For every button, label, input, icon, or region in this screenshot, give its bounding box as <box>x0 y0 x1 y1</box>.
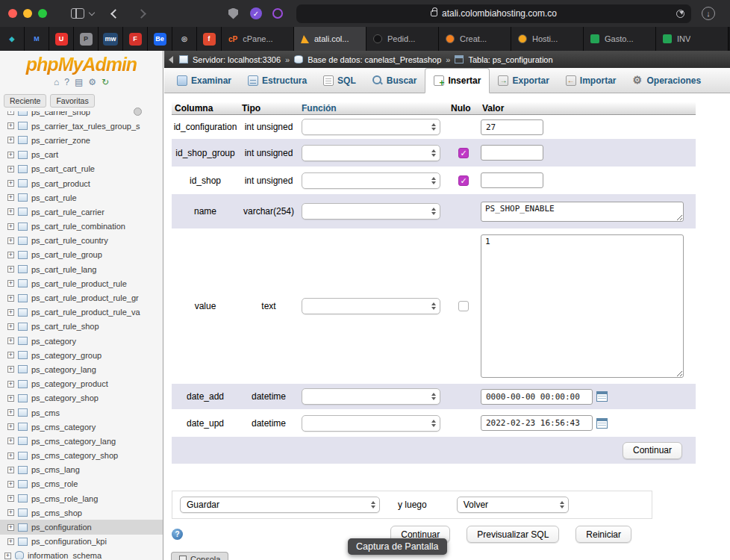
pinned-tab[interactable]: M <box>25 27 49 51</box>
tab-estructura[interactable]: Estructura <box>240 68 315 93</box>
sidebar-item-ps_cart_rule[interactable]: ps_cart_rule <box>0 190 163 205</box>
function-select[interactable] <box>302 119 440 135</box>
console-toggle[interactable]: Consola <box>171 552 228 560</box>
value-input[interactable] <box>481 415 593 431</box>
pinned-tab[interactable]: P <box>74 27 99 51</box>
expand-icon[interactable] <box>7 538 14 545</box>
sidebar-item-ps_category_product[interactable]: ps_category_product <box>0 377 163 391</box>
header-funcion[interactable]: Función <box>299 103 448 113</box>
expand-icon[interactable] <box>7 352 14 358</box>
reset-button[interactable]: Reiniciar <box>575 526 631 543</box>
sidebar-item-ps_cart_rule_group[interactable]: ps_cart_rule_group <box>0 248 163 262</box>
pinned-tab[interactable]: U <box>49 27 74 51</box>
sidebar-item-ps_category_lang[interactable]: ps_category_lang <box>0 362 163 376</box>
help-icon[interactable] <box>172 529 183 540</box>
collapse-all-icon[interactable] <box>134 108 142 116</box>
sidebar-item-ps_category[interactable]: ps_category <box>0 334 163 348</box>
sidebar-item-ps_configuration[interactable]: ps_configuration <box>0 520 163 534</box>
value-input[interactable] <box>481 172 543 188</box>
expand-icon[interactable] <box>7 237 14 244</box>
expand-icon[interactable] <box>7 524 14 531</box>
sidebar-item-ps_carrier_tax_rules_group_s[interactable]: ps_carrier_tax_rules_group_s <box>0 119 163 133</box>
tab-sql[interactable]: SQL <box>315 68 364 93</box>
sidebar-item-ps_carrier_zone[interactable]: ps_carrier_zone <box>0 133 163 147</box>
value-input[interactable] <box>481 389 593 405</box>
home-icon[interactable]: ⌂ <box>54 76 59 88</box>
sidebar-item-ps_cms_category_lang[interactable]: ps_cms_category_lang <box>0 434 163 448</box>
extension-check-icon[interactable] <box>250 7 262 19</box>
value-textarea[interactable]: PS_SHOP_ENABLE <box>481 202 684 222</box>
pinned-tab[interactable]: Be <box>148 27 172 51</box>
expand-icon[interactable] <box>7 381 14 388</box>
downloads-icon[interactable] <box>702 7 715 20</box>
expand-icon[interactable] <box>7 280 14 287</box>
browser-tab[interactable]: cPcPane... <box>222 27 294 51</box>
extension-ring-icon[interactable] <box>272 8 283 19</box>
calendar-icon[interactable] <box>596 391 608 402</box>
tab-exportar[interactable]: Exportar <box>490 68 557 93</box>
close-window-button[interactable] <box>8 9 17 18</box>
breadcrumb-item[interactable]: Base de datos: canelast_Prestashop <box>308 55 441 64</box>
phpmyadmin-logo[interactable]: phpMyAdmin <box>0 54 163 75</box>
sidebar-item-ps_cart_rule_product_rule_va[interactable]: ps_cart_rule_product_rule_va <box>0 305 163 320</box>
sidebar-item-ps_cms_role[interactable]: ps_cms_role <box>0 477 163 491</box>
browser-tab[interactable]: Hosti... <box>511 27 584 51</box>
continue-button[interactable]: Continuar <box>623 442 682 459</box>
sidebar-item-ps_cms[interactable]: ps_cms <box>0 405 163 420</box>
expand-icon[interactable] <box>7 438 14 444</box>
expand-icon[interactable] <box>7 452 14 459</box>
sidebar-item-ps_configuration_kpi[interactable]: ps_configuration_kpi <box>0 535 163 549</box>
expand-icon[interactable] <box>7 137 14 143</box>
sidebar-item-ps_cart_rule_shop[interactable]: ps_cart_rule_shop <box>0 320 163 334</box>
pinned-tab[interactable]: F <box>123 27 148 51</box>
value-input[interactable] <box>481 119 543 135</box>
expand-icon[interactable] <box>4 553 11 559</box>
browser-tab[interactable]: Gasto... <box>584 27 656 51</box>
sidebar-item-ps_cart_product[interactable]: ps_cart_product <box>0 176 163 190</box>
tab-examinar[interactable]: Examinar <box>169 68 240 93</box>
tab-buscar[interactable]: Buscar <box>364 68 425 93</box>
sidebar-item-ps_cms_category[interactable]: ps_cms_category <box>0 420 163 434</box>
sidebar-item-ps_cms_lang[interactable]: ps_cms_lang <box>0 463 163 477</box>
filter-reciente[interactable]: Reciente <box>4 94 46 108</box>
expand-icon[interactable] <box>7 252 14 258</box>
expand-icon[interactable] <box>7 111 14 115</box>
browser-tab[interactable]: INV <box>656 27 729 51</box>
expand-icon[interactable] <box>7 194 14 201</box>
sidebar-item-ps_cms_category_shop[interactable]: ps_cms_category_shop <box>0 449 163 463</box>
tab-operaciones[interactable]: Operaciones <box>625 68 710 93</box>
value-input[interactable] <box>481 145 543 161</box>
expand-icon[interactable] <box>7 323 14 330</box>
zoom-window-button[interactable] <box>38 9 47 18</box>
sidebar-item-ps_cart_rule_product_rule_gr[interactable]: ps_cart_rule_product_rule_gr <box>0 290 163 305</box>
calendar-icon[interactable] <box>596 418 608 429</box>
collapse-panel-icon[interactable] <box>169 56 173 63</box>
pinned-tab[interactable]: f <box>197 27 222 51</box>
preview-sql-button[interactable]: Previsualizar SQL <box>467 526 559 543</box>
sidebar-toggle-icon[interactable] <box>71 8 84 19</box>
sidebar-item-ps_category_shop[interactable]: ps_category_shop <box>0 391 163 405</box>
after-action-select[interactable]: Volver <box>457 497 569 513</box>
pinned-tab[interactable]: mw <box>99 27 123 51</box>
expand-icon[interactable] <box>7 166 14 172</box>
minimize-window-button[interactable] <box>23 9 32 18</box>
expand-icon[interactable] <box>7 423 14 430</box>
expand-icon[interactable] <box>7 509 14 516</box>
sidebar-item-ps_cart[interactable]: ps_cart <box>0 148 163 162</box>
browser-tab[interactable]: atali.col... <box>294 27 366 51</box>
sidebar-item-ps_cms_shop[interactable]: ps_cms_shop <box>0 505 163 520</box>
function-select[interactable] <box>302 415 440 432</box>
sidebar-item-ps_cart_cart_rule[interactable]: ps_cart_cart_rule <box>0 162 163 176</box>
function-select[interactable] <box>302 145 440 161</box>
breadcrumb-item[interactable]: Tabla: ps_configuration <box>468 55 552 64</box>
sidebar-item-ps_cart_rule_lang[interactable]: ps_cart_rule_lang <box>0 262 163 276</box>
expand-icon[interactable] <box>7 481 14 488</box>
null-checkbox[interactable] <box>458 175 469 186</box>
expand-icon[interactable] <box>7 152 14 158</box>
function-select[interactable] <box>302 172 440 189</box>
sidebar-item-ps_category_group[interactable]: ps_category_group <box>0 348 163 362</box>
pinned-tab[interactable]: ◆ <box>0 27 25 51</box>
settings-icon[interactable]: ⚙ <box>88 76 96 88</box>
sidebar-item-information_schema[interactable]: information_schema <box>0 549 163 559</box>
docs-icon[interactable]: ▤ <box>75 76 83 88</box>
